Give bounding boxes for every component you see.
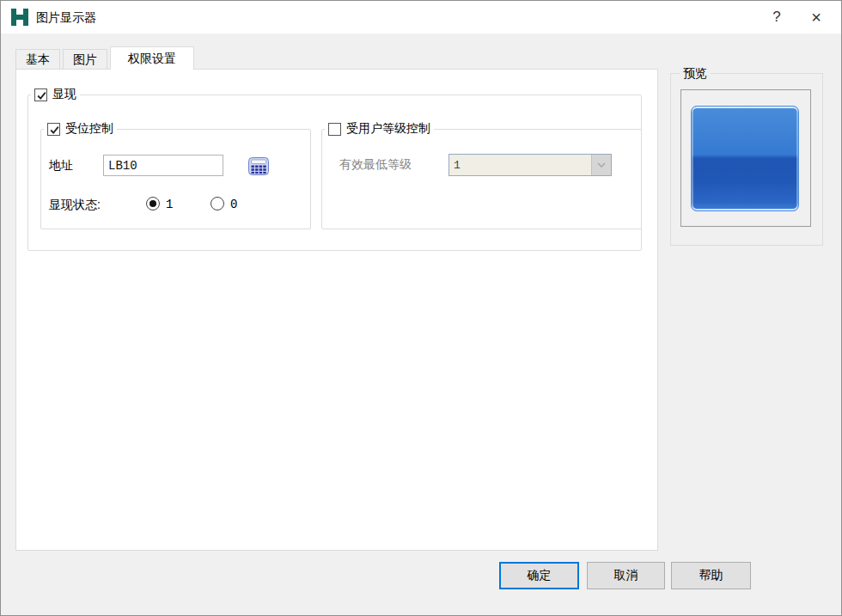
user-level-checkbox[interactable] [328, 123, 341, 136]
tab-permission-settings[interactable]: 权限设置 [110, 46, 194, 70]
min-level-value: 1 [449, 159, 591, 172]
titlebar: 图片显示器 ? × [1, 1, 841, 34]
help-button[interactable]: 帮助 [671, 562, 751, 589]
visibility-checkbox[interactable] [34, 88, 47, 101]
tab-picture[interactable]: 图片 [63, 49, 107, 70]
preview-image [691, 106, 799, 211]
state-radio-1-label: 1 [166, 198, 173, 211]
dialog-picture-display: 图片显示器 ? × 基本 图片 权限设置 显现 受位控制 [0, 0, 842, 616]
close-icon[interactable]: × [798, 1, 834, 34]
address-label: 地址 [49, 158, 73, 174]
chevron-down-icon [591, 155, 611, 175]
min-level-combobox[interactable]: 1 [448, 154, 612, 176]
user-level-group-label: 受用户等级控制 [325, 120, 434, 137]
bit-control-label: 受位控制 [65, 121, 113, 137]
state-radio-1[interactable] [146, 197, 160, 210]
bit-control-group [40, 129, 311, 229]
visibility-group-label: 显现 [31, 86, 80, 103]
state-radio-0[interactable] [210, 197, 224, 210]
min-level-label: 有效最低等级 [339, 157, 412, 173]
cancel-button[interactable]: 取消 [587, 562, 665, 589]
help-icon[interactable]: ? [759, 1, 795, 34]
address-input[interactable] [103, 155, 223, 176]
state-radio-0-label: 0 [230, 198, 237, 211]
visibility-label: 显现 [52, 87, 76, 102]
tab-basic[interactable]: 基本 [15, 49, 60, 70]
user-level-group [321, 129, 642, 229]
preview-group-label: 预览 [680, 64, 711, 82]
h-logo-icon [10, 8, 29, 27]
tab-panel: 显现 受位控制 地址 [15, 69, 658, 551]
ok-button[interactable]: 确定 [499, 562, 579, 589]
calculator-icon[interactable] [248, 157, 269, 175]
bit-control-checkbox[interactable] [47, 123, 60, 136]
window-title: 图片显示器 [36, 1, 96, 34]
state-label: 显现状态: [49, 198, 101, 213]
user-level-label: 受用户等级控制 [346, 121, 430, 137]
bit-control-group-label: 受位控制 [44, 120, 117, 137]
